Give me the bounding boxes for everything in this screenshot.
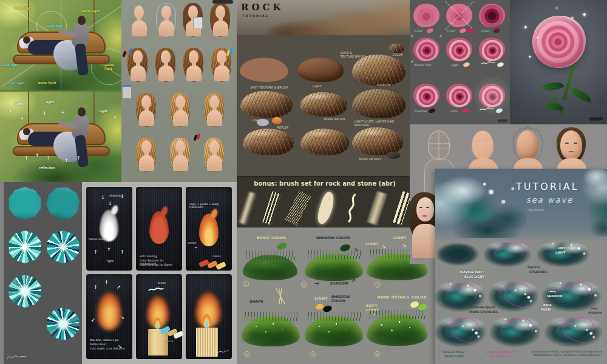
annotation-light: light — [15, 102, 22, 106]
up-arrow-icon — [24, 156, 29, 161]
wave-step — [484, 240, 532, 268]
brush-stroke — [262, 191, 281, 225]
tutorial-head — [127, 2, 151, 45]
annotation-shadow: shadow — [109, 194, 121, 198]
gem-step — [42, 183, 82, 223]
panel-note: Box blur, radius x px — [90, 339, 129, 342]
rose-step — [479, 38, 505, 61]
step-label: COLOR — [392, 53, 402, 57]
caption-en: TRANSPARENT SPOTS, BUBBLES, MORE REFLEXE… — [533, 354, 602, 357]
color-swatch — [426, 27, 434, 33]
brush-stroke — [393, 191, 412, 225]
gem-step — [46, 308, 80, 340]
flame-tip — [209, 208, 219, 220]
sparkle-icon — [536, 35, 539, 39]
swing-panel-annotated: warm light warm light cold light cold li… — [0, 0, 121, 90]
wave-label-en: SHADOW — [547, 295, 563, 298]
caption: прозрачные пятна, пузырьки, больше рефле… — [527, 350, 606, 357]
down-arrow-icon — [20, 116, 24, 121]
wave-label-ru: свет — [558, 246, 565, 250]
grass-tutorial-tile: BASIC COLOR 1 SHADOW COLOR SHADOW 2 LIGH… — [237, 228, 435, 364]
brush-stroke — [238, 191, 257, 225]
arrow-icon — [91, 318, 95, 323]
down-arrow-icon — [108, 201, 112, 206]
rose-step-label: Color — [450, 109, 458, 113]
caption-en: LIGHT REFLEX — [489, 354, 510, 358]
tutorial-head — [155, 2, 178, 45]
wave-label-en: SHADOW — [588, 311, 602, 314]
rock-step — [352, 127, 403, 155]
step-label: LIGHT (CUTS, LIGHTS AND SHADOW) — [354, 120, 406, 127]
step-label: SHADOW — [330, 281, 348, 285]
grass-step — [367, 314, 427, 346]
down-arrow-icon — [42, 111, 47, 116]
up-arrow-icon — [104, 280, 109, 285]
step-label: LIGHT — [312, 85, 321, 89]
bust — [132, 21, 147, 36]
rock-header-painting: ROCK TUTORIAL — [237, 0, 413, 35]
annotation-light: light — [46, 100, 54, 104]
rock-step — [300, 92, 347, 116]
small-dark-rock — [387, 152, 400, 159]
flame-panel-final — [186, 274, 232, 359]
up-arrow-icon — [120, 250, 124, 255]
artist-signature — [211, 348, 229, 356]
hair-tutorial-tile — [121, 0, 237, 182]
panel-note: copy + paste + warp transform — [189, 203, 228, 209]
down-arrow-icon — [120, 194, 124, 199]
grass-step — [242, 316, 300, 346]
wave-label-ru: тень — [591, 307, 598, 310]
grass-step — [305, 316, 363, 346]
face — [215, 5, 225, 19]
step-number: 6 — [374, 351, 380, 357]
step-label: SHAPE — [249, 299, 263, 303]
step-number: 3 — [375, 281, 381, 288]
wave-step — [436, 241, 480, 267]
couch-chain — [93, 0, 95, 33]
rose-step-label: Eraser Tool — [415, 63, 431, 67]
face-sketch — [428, 130, 450, 160]
wave-label-ru: брызги — [527, 266, 540, 269]
up-arrow-icon — [76, 156, 81, 161]
wave-label-ru: тень — [548, 290, 556, 294]
step-number: 2 — [301, 281, 307, 288]
portrait-face — [416, 197, 434, 221]
rose-step-label: Shadow — [415, 109, 427, 113]
step-label: LIGHT — [314, 296, 328, 300]
wave-label-en: LIGHT — [555, 251, 566, 255]
light-swatch — [257, 119, 269, 126]
flame-panel-blur: Box blur, radius x px Motion blur: x px … — [86, 274, 132, 359]
step-number: 4 — [244, 351, 250, 357]
hero-wave-painting — [435, 172, 527, 238]
wave-step — [435, 315, 487, 348]
color-swatch — [461, 107, 469, 113]
face — [175, 140, 185, 153]
step-label: BASIC COLOR — [257, 235, 286, 240]
face — [217, 50, 226, 64]
wave-label-ru: пена — [543, 303, 552, 307]
rose-step — [446, 84, 472, 107]
flame-shape — [149, 211, 169, 244]
step-label: SHADOW COLOR — [316, 235, 350, 240]
sparkle-icon — [528, 55, 532, 59]
face-shaded — [517, 130, 538, 160]
annotation-cold-light: cold light — [2, 63, 18, 67]
caption: световой рефлекс: LIGHT REFLEX — [473, 350, 527, 358]
step-label: SHADOW — [376, 84, 390, 87]
up-arrow-icon — [93, 285, 98, 290]
rose-step — [413, 84, 439, 107]
seawave-byline: by Daria — [528, 207, 543, 212]
down-arrow-icon — [113, 115, 117, 120]
arrow-icon — [118, 345, 122, 349]
up-arrow-icon — [93, 250, 98, 255]
annotation-reflection: reflection — [39, 166, 55, 169]
rose-leaf — [569, 87, 594, 103]
rose-step — [446, 38, 472, 61]
bust — [207, 155, 222, 171]
up-arrow-icon — [64, 158, 69, 163]
hair-step-row — [135, 137, 226, 180]
caption-ru: световой рефлекс: — [485, 350, 515, 354]
down-arrow-icon — [101, 195, 105, 200]
rock-brush-bonus-panel: bonus: brush set for rock and stone (abr… — [237, 176, 413, 228]
rock-step — [352, 55, 405, 86]
